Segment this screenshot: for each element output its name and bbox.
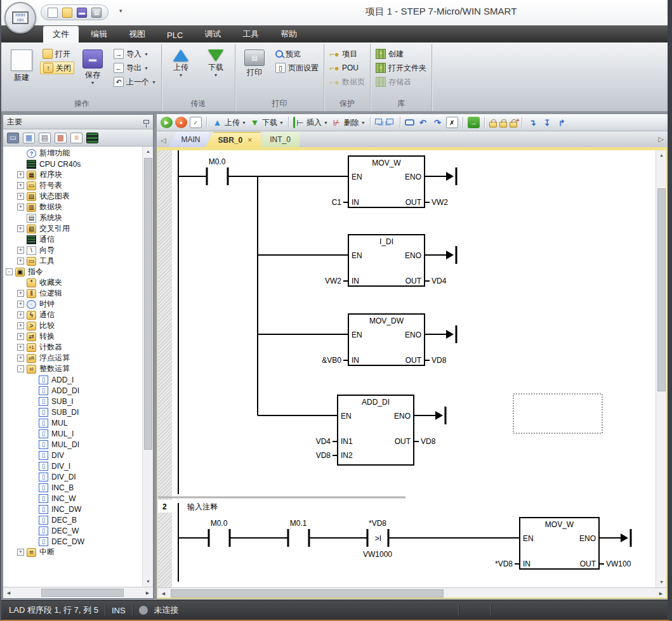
tree-item-ADD_I[interactable]: ▯ADD_I [3, 374, 142, 385]
view-program-icon[interactable]: ▭ [7, 133, 19, 143]
ribbon-button-打印[interactable]: ▤打印 [238, 48, 271, 80]
tree-item-DIV_DI[interactable]: ▯DIV_DI [3, 471, 142, 482]
scroll-up-icon[interactable]: ▲ [143, 147, 153, 157]
tree-item-浮点运算[interactable]: +±R浮点运算 [3, 353, 142, 363]
toolbar-cascade-windows-button[interactable] [375, 121, 384, 124]
view-communication-icon[interactable] [86, 133, 98, 143]
tree-item-通信[interactable]: +ϟ通信 [3, 310, 142, 320]
tree-item-MUL[interactable]: ▯MUL [3, 417, 142, 428]
editor-vscrollbar[interactable]: ▲ ▼ [656, 150, 666, 587]
expand-icon[interactable]: + [17, 355, 24, 362]
ribbon-button-上传[interactable]: 上传▼ [164, 48, 197, 79]
tree-item-数据块[interactable]: +▥数据块 [3, 202, 142, 212]
expand-icon[interactable]: + [17, 204, 24, 211]
expand-icon[interactable]: + [17, 301, 24, 308]
ribbon-button-页面设置[interactable]: ▯页面设置 [273, 62, 321, 74]
tree-item-INC_B[interactable]: ▯INC_B [3, 482, 142, 493]
tree-item-整数运算[interactable]: -±I整数运算 [3, 363, 142, 374]
toolbar-unlock-button[interactable] [499, 118, 507, 127]
toolbar-branch-down-button[interactable]: ↴ [527, 117, 539, 128]
expand-icon[interactable]: + [17, 171, 24, 178]
collapse-icon[interactable]: - [17, 365, 24, 372]
toolbar-insert-button[interactable]: ⊢插入▼ [293, 117, 328, 128]
menu-tab-PLC[interactable]: PLC [157, 28, 192, 42]
ribbon-button-新建[interactable]: 新建 [5, 48, 38, 85]
open-folder-icon[interactable] [62, 8, 72, 18]
print-icon[interactable]: ▤ [91, 8, 102, 18]
save-icon[interactable]: ▬ [77, 8, 87, 18]
tree-item-新增功能[interactable]: ?新增功能 [3, 148, 142, 159]
tree-item-计数器[interactable]: ++1计数器 [3, 342, 142, 353]
scroll-left-icon[interactable]: ◀ [3, 587, 14, 598]
expand-icon[interactable]: + [17, 247, 24, 254]
tree-item-DEC_W[interactable]: ▯DEC_W [3, 525, 142, 536]
expand-icon[interactable]: + [17, 322, 24, 329]
tree-item-转换[interactable]: +⇄转换 [3, 331, 142, 342]
toolbar-lock-add-button[interactable] [510, 118, 517, 127]
collapse-icon[interactable]: - [6, 268, 13, 275]
dropdown-caret-icon[interactable]: ▼ [361, 121, 366, 125]
dropdown-caret-icon[interactable]: ▼ [144, 66, 148, 70]
tab-scroll-left-icon[interactable]: ◁ [158, 136, 168, 147]
dropdown-caret-icon[interactable]: ▼ [324, 121, 328, 125]
menu-tab-文件[interactable]: 文件 [43, 26, 79, 42]
ribbon-button-POU[interactable]: ⌐●POU [327, 62, 367, 74]
ribbon-button-打开[interactable]: 打开 [40, 48, 74, 60]
tree-item-符号表[interactable]: +▭符号表 [3, 180, 142, 191]
dropdown-caret-icon[interactable]: ▼ [91, 81, 95, 85]
tree-item-系统块[interactable]: ▤系统块 [3, 212, 142, 223]
ladder-canvas[interactable]: 2输入注释M0.0M0.0M0.1*VD8>IVW1000MOV_WENENOC… [158, 150, 658, 582]
tree-item-DIV[interactable]: ▯DIV [3, 450, 142, 461]
view-data-block-icon[interactable]: ▩ [55, 133, 67, 143]
tree-item-位逻辑[interactable]: +‖位逻辑 [3, 288, 142, 299]
sidebar-hscrollbar[interactable]: ◀ ▶ [3, 587, 153, 598]
toolbar-stop-button[interactable]: ● [175, 117, 187, 128]
tree-item-MUL_I[interactable]: ▯MUL_I [3, 428, 142, 439]
pin-icon[interactable] [143, 120, 149, 124]
tree-item-程序块[interactable]: +▦程序块 [3, 169, 142, 180]
expand-icon[interactable]: + [17, 290, 24, 297]
ribbon-button-上一个[interactable]: ↶上一个▼ [111, 75, 159, 88]
ribbon-button-创建[interactable]: *创建 [373, 48, 429, 60]
toolbar-draw-box-button[interactable] [405, 119, 414, 126]
toolbar-branch-up-button[interactable]: ↱ [556, 117, 568, 128]
toolbar-clear-button[interactable]: ✗ [446, 117, 458, 128]
tree-item-SUB_DI[interactable]: ▯SUB_DI [3, 407, 142, 417]
tree-item-CPU CR40s[interactable]: CPU CR40s [3, 159, 142, 169]
toolbar-delete-button[interactable]: ⊬删除▼ [331, 117, 366, 128]
menu-tab-工具[interactable]: 工具 [233, 26, 268, 42]
view-status-chart-icon[interactable]: ▤ [39, 133, 51, 143]
menu-tab-视图[interactable]: 视图 [119, 26, 155, 42]
dropdown-caret-icon[interactable]: ▼ [178, 73, 183, 77]
selection-placeholder-box[interactable] [513, 394, 602, 433]
toolbar-tile-windows-button[interactable] [386, 121, 395, 124]
tab-scroll-right-icon[interactable]: ▷ [656, 135, 666, 146]
toolbar-redo-button[interactable]: ↷ [432, 117, 444, 128]
dropdown-caret-icon[interactable]: ▼ [279, 121, 284, 125]
expand-icon[interactable]: + [17, 333, 24, 340]
expand-icon[interactable]: + [17, 311, 24, 318]
tab-SBR_0[interactable]: SBR_0× [205, 132, 261, 147]
scroll-thumb[interactable] [171, 589, 444, 598]
expand-icon[interactable]: + [17, 344, 24, 351]
scroll-thumb[interactable] [41, 589, 124, 597]
tree-item-DEC_DW[interactable]: ▯DEC_DW [3, 536, 142, 547]
tree-item-ADD_DI[interactable]: ▯ADD_DI [3, 385, 142, 396]
dropdown-caret-icon[interactable]: ▼ [144, 52, 148, 56]
ribbon-button-项目[interactable]: ⌐●项目 [327, 48, 367, 60]
tree-item-DIV_I[interactable]: ▯DIV_I [3, 461, 142, 471]
new-document-icon[interactable] [48, 8, 58, 18]
expand-icon[interactable]: + [17, 258, 24, 265]
tree-item-时钟[interactable]: +·时钟 [3, 299, 142, 310]
tree-item-交叉引用[interactable]: +▧交叉引用 [3, 223, 142, 234]
scroll-down-icon[interactable]: ▼ [143, 577, 153, 587]
tree-item-INC_W[interactable]: ▯INC_W [3, 493, 142, 504]
dropdown-caret-icon[interactable]: ▼ [242, 121, 246, 125]
tree-item-通信[interactable]: 通信 [3, 234, 142, 245]
menu-tab-编辑[interactable]: 编辑 [81, 26, 117, 42]
ribbon-button-导入[interactable]: →导入▼ [111, 48, 159, 60]
expand-icon[interactable]: + [17, 193, 24, 200]
scroll-up-icon[interactable]: ▲ [656, 150, 667, 160]
tab-MAIN[interactable]: MAIN [168, 132, 209, 147]
scroll-right-icon[interactable]: ▶ [656, 588, 666, 599]
